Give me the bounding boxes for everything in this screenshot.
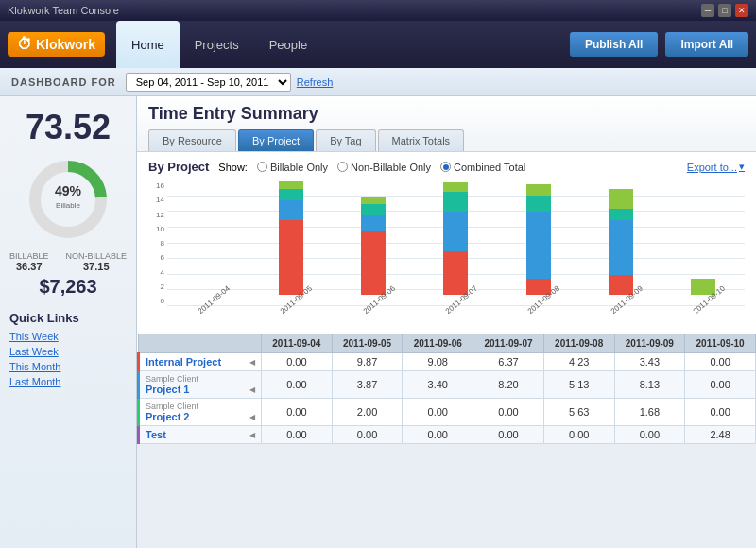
chart-controls: By Project Show: Billable Only Non-Billa…: [148, 160, 745, 174]
refresh-link[interactable]: Refresh: [297, 77, 334, 88]
table-cell-value: 1.68: [614, 399, 685, 426]
bar-segment-teal: [609, 209, 633, 220]
bar-segment-green: [526, 184, 551, 196]
col-header-date-0: 2011-09-04: [262, 334, 333, 353]
close-button[interactable]: ✕: [735, 4, 748, 17]
client-name: Sample Client: [146, 402, 255, 411]
row-collapse-icon[interactable]: ◀: [249, 431, 255, 439]
date-range-select[interactable]: Sep 04, 2011 - Sep 10, 2011: [126, 73, 291, 92]
bar-chart: 1614121086420: [148, 180, 745, 326]
row-collapse-icon[interactable]: ◀: [249, 385, 255, 394]
window-controls: ─ □ ✕: [701, 4, 748, 17]
col-header-date-6: 2011-09-10: [685, 334, 756, 353]
bar-date-label: 2011-09-04: [197, 284, 232, 316]
table-cell-value: 6.37: [473, 353, 544, 371]
row-collapse-icon[interactable]: ◀: [249, 358, 255, 367]
bar-segment-teal: [443, 192, 468, 212]
table-cell-value: 0.00: [685, 399, 756, 426]
radio-circle-billable: [257, 162, 267, 172]
client-name: Sample Client: [146, 374, 255, 384]
content-area: Time Entry Summary By Resource By Projec…: [137, 96, 756, 548]
tab-by-project[interactable]: By Project: [238, 129, 314, 151]
bar-group: 2011-09-08: [501, 184, 576, 305]
col-header-project: [139, 334, 262, 353]
quick-link-this-week[interactable]: This Week: [9, 331, 127, 342]
row-collapse-icon[interactable]: ◀: [249, 413, 255, 421]
table-cell-value: 5.63: [543, 399, 614, 426]
col-header-date-1: 2011-09-05: [332, 334, 403, 353]
project-name[interactable]: Project 2: [146, 411, 189, 422]
table-cell-value: 0.00: [685, 371, 756, 399]
table-wrapper: 2011-09-04 2011-09-05 2011-09-06 2011-09…: [137, 334, 756, 444]
radio-non-billable-only[interactable]: Non-Billable Only: [337, 162, 431, 173]
nav-tab-home[interactable]: Home: [116, 21, 180, 68]
table-row: Internal Project◀0.009.879.086.374.233.4…: [139, 353, 756, 371]
table-cell-value: 0.00: [685, 353, 756, 371]
bar-segment-green: [361, 197, 386, 204]
table-cell-value: 0.00: [262, 426, 333, 444]
table-cell-value: 9.87: [332, 353, 403, 371]
table-header-row: 2011-09-04 2011-09-05 2011-09-06 2011-09…: [139, 334, 756, 353]
bar-segment-blue: [526, 212, 551, 279]
project-name[interactable]: Internal Project: [146, 356, 221, 368]
chart-container: By Project Show: Billable Only Non-Billa…: [137, 152, 756, 334]
sidebar: 73.52 49% Billable BILLABLE 36.37 NON-BI…: [0, 96, 137, 548]
table-cell-value: 9.08: [403, 353, 473, 371]
project-cell: Test◀: [139, 426, 262, 444]
project-cell: Sample ClientProject 2◀: [139, 399, 262, 426]
quick-link-last-week[interactable]: Last Week: [9, 346, 127, 357]
radio-group: Billable Only Non-Billable Only Combined…: [257, 162, 525, 173]
bar-group: 2011-09-05: [253, 181, 328, 305]
project-name[interactable]: Test: [146, 429, 166, 440]
nav-actions: Publish All Import All: [570, 32, 748, 57]
billable-stat: BILLABLE 36.37: [9, 251, 49, 272]
table-cell-value: 0.00: [543, 426, 614, 444]
donut-chart: 49% Billable: [9, 157, 127, 242]
tab-by-resource[interactable]: By Resource: [148, 129, 236, 151]
title-bar: Klokwork Team Console ─ □ ✕: [0, 0, 756, 21]
bar-stack: [609, 189, 633, 295]
bar-stack: [361, 197, 386, 295]
tab-by-tag[interactable]: By Tag: [316, 129, 375, 151]
bar-segment-red: [361, 231, 386, 295]
project-name[interactable]: Project 1: [146, 384, 189, 395]
minimize-button[interactable]: ─: [701, 4, 714, 17]
table-cell-value: 0.00: [403, 426, 473, 444]
nav-tab-people[interactable]: People: [254, 21, 322, 68]
logo: ⏱ Klokwork: [8, 32, 105, 57]
quick-link-this-month[interactable]: This Month: [9, 361, 127, 372]
table-cell-value: 8.20: [473, 371, 544, 399]
table-cell-value: 0.00: [332, 426, 403, 444]
maximize-button[interactable]: □: [718, 4, 731, 17]
total-hours: 73.52: [9, 108, 127, 147]
tab-bar: By Resource By Project By Tag Matrix Tot…: [148, 129, 745, 151]
quick-link-last-month[interactable]: Last Month: [9, 376, 127, 387]
import-all-button[interactable]: Import All: [665, 32, 748, 57]
chart-plot-area: 2011-09-042011-09-052011-09-062011-09-07…: [167, 180, 745, 326]
bar-segment-blue: [279, 200, 303, 220]
table-cell-value: 2.48: [685, 426, 756, 444]
table-cell-value: 3.87: [332, 371, 403, 399]
content-header: Time Entry Summary By Resource By Projec…: [137, 96, 756, 152]
table-row: Sample ClientProject 2◀0.002.000.000.005…: [139, 399, 756, 426]
svg-text:Billable: Billable: [56, 201, 80, 210]
table-row: Test◀0.000.000.000.000.000.002.48: [139, 426, 756, 444]
radio-combined-total[interactable]: Combined Total: [440, 162, 525, 173]
bar-group: 2011-09-04: [171, 295, 246, 305]
bar-stack: [526, 184, 551, 295]
table-cell-value: 0.00: [262, 399, 333, 426]
export-button[interactable]: Export to... ▾: [687, 161, 745, 173]
tab-matrix-totals[interactable]: Matrix Totals: [378, 129, 465, 151]
dashboard-header: DASHBOARD FOR Sep 04, 2011 - Sep 10, 201…: [0, 68, 756, 96]
publish-all-button[interactable]: Publish All: [570, 32, 659, 57]
col-header-date-3: 2011-09-07: [473, 334, 544, 353]
quick-links-title: Quick Links: [9, 311, 127, 325]
project-cell: Sample ClientProject 1◀: [139, 371, 262, 399]
nav-tab-projects[interactable]: Projects: [180, 21, 254, 68]
table-cell-value: 8.13: [614, 371, 685, 399]
radio-billable-only[interactable]: Billable Only: [257, 162, 328, 173]
chart-title: By Project: [148, 160, 209, 174]
content-title: Time Entry Summary: [148, 104, 745, 124]
dashboard-label: DASHBOARD FOR: [11, 77, 116, 88]
bar-segment-teal: [361, 204, 386, 215]
